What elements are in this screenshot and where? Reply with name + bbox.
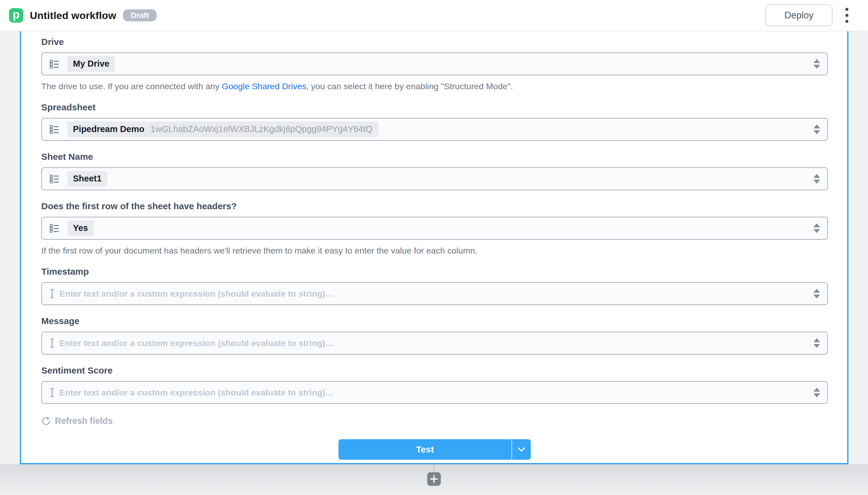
test-button[interactable]: Test — [338, 439, 512, 460]
drive-help: The drive to use. If you are connected w… — [41, 81, 828, 91]
field-message: Message — [41, 316, 828, 355]
sentiment-score-input-control[interactable] — [41, 381, 828, 404]
has-headers-value-chip: Yes — [67, 220, 94, 236]
google-shared-drives-link[interactable]: Google Shared Drives — [222, 81, 306, 91]
has-headers-select[interactable]: Yes — [41, 217, 828, 240]
list-icon — [50, 224, 59, 233]
field-timestamp: Timestamp — [41, 267, 828, 305]
refresh-fields-label: Refresh fields — [55, 416, 113, 426]
spreadsheet-label: Spreadsheet — [41, 102, 828, 113]
test-split-button: Test — [338, 439, 531, 460]
up-down-arrows-icon — [813, 58, 821, 69]
list-icon — [50, 174, 59, 183]
deploy-button[interactable]: Deploy — [765, 4, 832, 26]
field-spreadsheet: Spreadsheet Pipedream Demo 1wGLhabZAoWxj… — [41, 102, 828, 141]
has-headers-help: If the first row of your document has he… — [41, 246, 828, 256]
has-headers-label: Does the first row of the sheet have hea… — [41, 201, 828, 211]
sheet-name-select[interactable]: Sheet1 — [41, 167, 828, 190]
field-sheet-name: Sheet Name Sheet1 — [41, 152, 828, 190]
drive-help-after: , you can select it here by enabling "St… — [306, 81, 513, 91]
refresh-icon — [41, 416, 50, 426]
step-config-card: Drive My Drive The drive to — [20, 31, 848, 464]
chevron-down-icon — [518, 447, 525, 452]
message-input[interactable] — [59, 338, 806, 348]
refresh-fields-button[interactable]: Refresh fields — [41, 416, 113, 426]
field-has-headers: Does the first row of the sheet have hea… — [41, 201, 828, 256]
workflow-title[interactable]: Untitled workflow — [30, 10, 116, 21]
workflow-canvas: Drive My Drive The drive to — [0, 31, 868, 495]
message-input-control[interactable] — [41, 331, 828, 355]
up-down-arrows-icon — [813, 338, 821, 348]
timestamp-label: Timestamp — [41, 267, 828, 277]
spreadsheet-id: 1wGLhabZAoWxj1elWXBJLzKgdkj6pQpgg94PYg4Y… — [151, 124, 372, 134]
text-cursor-icon — [50, 338, 55, 348]
list-icon — [50, 59, 59, 68]
plus-icon — [430, 475, 438, 483]
drive-help-before: The drive to use. If you are connected w… — [41, 81, 222, 91]
up-down-arrows-icon — [813, 124, 821, 135]
test-options-button[interactable] — [512, 439, 531, 460]
field-drive: Drive My Drive The drive to — [41, 37, 828, 91]
up-down-arrows-icon — [813, 173, 821, 184]
text-cursor-icon — [50, 388, 55, 397]
list-icon — [50, 125, 59, 134]
up-down-arrows-icon — [813, 288, 821, 299]
message-label: Message — [41, 316, 828, 326]
drive-label: Drive — [41, 37, 828, 47]
up-down-arrows-icon — [813, 387, 821, 398]
spreadsheet-value-chip: Pipedream Demo 1wGLhabZAoWxj1elWXBJLzKgd… — [67, 121, 378, 137]
spreadsheet-select[interactable]: Pipedream Demo 1wGLhabZAoWxj1elWXBJLzKgd… — [41, 118, 828, 141]
sentiment-score-label: Sentiment Score — [41, 365, 828, 376]
sheet-name-label: Sheet Name — [41, 152, 828, 162]
pipedream-logo[interactable]: p — [9, 8, 23, 23]
timestamp-input-control[interactable] — [41, 282, 828, 305]
app-header: p Untitled workflow Draft Deploy — [0, 0, 868, 31]
drive-select[interactable]: My Drive — [41, 52, 828, 75]
status-badge: Draft — [123, 9, 157, 21]
drive-value-chip: My Drive — [67, 56, 115, 72]
up-down-arrows-icon — [813, 223, 821, 234]
text-cursor-icon — [50, 289, 55, 298]
timestamp-input[interactable] — [59, 289, 806, 299]
field-sentiment-score: Sentiment Score — [41, 365, 828, 404]
kebab-menu-icon[interactable] — [843, 5, 851, 25]
sheet-name-value-chip: Sheet1 — [67, 171, 107, 187]
logo-letter: p — [13, 8, 20, 21]
sentiment-score-input[interactable] — [59, 388, 806, 398]
test-button-row: Test — [41, 439, 828, 460]
add-step-button[interactable] — [427, 472, 441, 486]
